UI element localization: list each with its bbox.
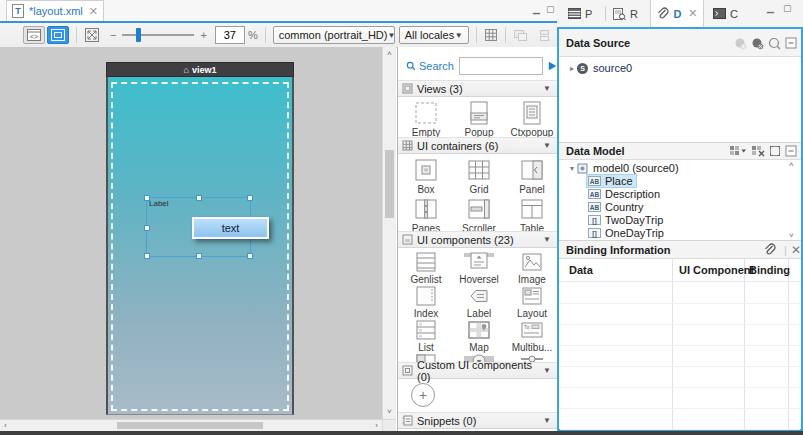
vertical-scroll-thumb[interactable]	[385, 150, 394, 218]
section-header-views[interactable]: Views (3) ▼	[398, 80, 557, 97]
tab-layout-xml[interactable]: T *layout.xml ✕	[6, 0, 104, 21]
scroll-down-icon[interactable]: ˅	[387, 408, 392, 416]
section-header-custom-components[interactable]: Custom UI components (0) ▼	[398, 362, 557, 379]
section-header-snippets[interactable]: Snippets (0) ▼	[398, 412, 557, 429]
resize-handle-se[interactable]	[247, 253, 253, 259]
zoom-value-input[interactable]	[215, 26, 245, 44]
section-header-ui-containers[interactable]: UI containers (6) ▼	[398, 137, 557, 154]
tab-properties[interactable]: P	[568, 0, 592, 27]
grid-toggle-button[interactable]	[484, 28, 498, 42]
resize-handle-sw[interactable]	[144, 253, 150, 259]
binding-table-row[interactable]	[560, 303, 800, 325]
locales-dropdown[interactable]: All locales ▼	[399, 26, 469, 44]
column-header-ui-component[interactable]: UI Component	[679, 259, 754, 281]
panel-maximize-icon[interactable]: ▢	[783, 3, 794, 13]
palette-item-panel[interactable]: Panel	[506, 157, 557, 195]
panel-minimize-icon[interactable]: ▁	[767, 3, 776, 13]
editor-minimize-icon[interactable]: ▁	[533, 4, 542, 14]
zoom-slider-thumb[interactable]	[136, 28, 141, 42]
design-view-button[interactable]	[47, 26, 69, 44]
search-input[interactable]	[459, 57, 543, 75]
zoom-in-icon[interactable]: +	[200, 29, 206, 41]
collapse-section-icon[interactable]: ▼	[543, 84, 551, 93]
palette-item-map[interactable]: Map	[453, 319, 505, 353]
column-header-data[interactable]: Data	[569, 259, 593, 281]
section-header-ui-components[interactable]: UI components (23) ▼	[398, 231, 557, 248]
scroll-up-icon[interactable]: ˄	[789, 161, 794, 169]
canvas-vertical-scrollbar[interactable]: ˄ ˅	[382, 47, 396, 419]
resize-handle-s[interactable]	[196, 253, 202, 259]
tree-item-source0[interactable]: ▸ S source0	[567, 62, 632, 74]
tab-data-binding[interactable]: D ✕	[650, 0, 704, 27]
collapse-all-icon[interactable]	[785, 145, 797, 157]
source-view-button[interactable]: <>	[23, 26, 45, 44]
column-header-binding[interactable]: Binding	[749, 259, 790, 281]
remove-model-icon[interactable]	[751, 145, 765, 157]
tree-item-onedaytrip[interactable]: [] OneDayTrip	[588, 227, 664, 239]
scroll-up-icon[interactable]: ˄	[387, 50, 392, 58]
bind-paperclip-icon[interactable]	[763, 243, 776, 256]
design-canvas[interactable]: ⌂ view1 Label text	[0, 47, 396, 431]
chevron-right-icon[interactable]: ▸	[567, 64, 577, 73]
palette-item-label-widget[interactable]: Label	[453, 285, 505, 319]
scroll-right-icon[interactable]: ›	[375, 422, 378, 430]
tree-item-place[interactable]: AB Place	[587, 175, 636, 187]
palette-item-panes[interactable]: Panes	[400, 196, 452, 234]
resize-handle-n[interactable]	[196, 195, 202, 201]
resize-handle-w[interactable]	[144, 225, 150, 231]
palette-item-popup[interactable]: Popup	[453, 100, 505, 138]
zoom-slider[interactable]	[122, 34, 194, 36]
tab-console[interactable]: C	[713, 0, 738, 27]
tree-item-twodaytrip[interactable]: [] TwoDayTrip	[588, 214, 663, 226]
tab-close-icon[interactable]: ✕	[89, 5, 98, 18]
palette-item-empty[interactable]: Empty	[400, 100, 452, 138]
palette-item-scroller[interactable]: Scroller	[453, 196, 505, 234]
add-model-icon[interactable]	[729, 145, 747, 157]
tab-close-icon[interactable]: ✕	[688, 7, 697, 20]
tree-item-country[interactable]: AB Country	[588, 201, 644, 213]
palette-item-multibutton[interactable]: To: Multibu...	[506, 319, 557, 353]
palette-item-index[interactable]: Index	[400, 285, 452, 319]
binding-table-row[interactable]	[560, 324, 800, 346]
palette-item-list[interactable]: List	[400, 319, 452, 353]
palette-item-table[interactable]: Table	[506, 196, 557, 234]
palette-item-genlist[interactable]: Genlist	[400, 251, 452, 285]
binding-table-row[interactable]	[560, 387, 800, 409]
palette-item-box[interactable]: Box	[400, 157, 452, 195]
collapse-section-icon[interactable]: ▼	[543, 416, 551, 425]
remove-binding-icon[interactable]: ✕	[791, 243, 801, 257]
zoom-out-icon[interactable]: −	[110, 29, 116, 41]
resize-handle-ne[interactable]	[247, 195, 253, 201]
tree-item-description[interactable]: AB Description	[588, 188, 660, 200]
resize-handle-nw[interactable]	[144, 195, 150, 201]
canvas-horizontal-scrollbar[interactable]: ‹ ›	[0, 419, 382, 431]
collapse-section-icon[interactable]: ▼	[543, 235, 551, 244]
palette-item-image[interactable]: Image	[506, 251, 557, 285]
palette-item-ctxpopup[interactable]: Ctxpopup	[506, 100, 557, 138]
expand-all-icon[interactable]	[769, 145, 781, 157]
editor-maximize-icon[interactable]: ▢	[546, 4, 557, 14]
fit-to-window-button[interactable]	[84, 27, 100, 43]
palette-item-layout[interactable]: Layout	[506, 285, 557, 319]
binding-table-row[interactable]	[560, 282, 800, 304]
edit-source-icon[interactable]	[751, 37, 764, 50]
scroll-down-icon[interactable]: ˅	[789, 232, 794, 240]
palette-item-hoversel[interactable]: Hoversel	[453, 251, 505, 285]
add-custom-component-button[interactable]: +	[411, 383, 435, 407]
add-source-icon[interactable]	[734, 37, 747, 50]
chevron-down-icon[interactable]: ▾	[567, 164, 577, 173]
data-model-scrollbar[interactable]: ˄ ˅	[787, 161, 798, 240]
collapse-section-icon[interactable]: ▼	[543, 366, 551, 375]
horizontal-scroll-thumb[interactable]	[117, 422, 263, 429]
binding-table-row[interactable]	[560, 366, 800, 388]
search-go-icon[interactable]	[548, 60, 557, 72]
binding-table-row[interactable]	[560, 408, 800, 430]
palette-item-grid[interactable]: Grid	[453, 157, 505, 195]
tree-item-model0[interactable]: ▾ model0 (source0)	[567, 162, 679, 174]
scroll-left-icon[interactable]: ‹	[4, 422, 7, 430]
binding-table-row[interactable]	[560, 345, 800, 367]
configuration-dropdown[interactable]: common (portrait_HD) ▼	[273, 26, 395, 44]
collapse-all-icon[interactable]	[785, 37, 797, 49]
search-source-icon[interactable]	[768, 37, 781, 50]
collapse-section-icon[interactable]: ▼	[543, 141, 551, 150]
